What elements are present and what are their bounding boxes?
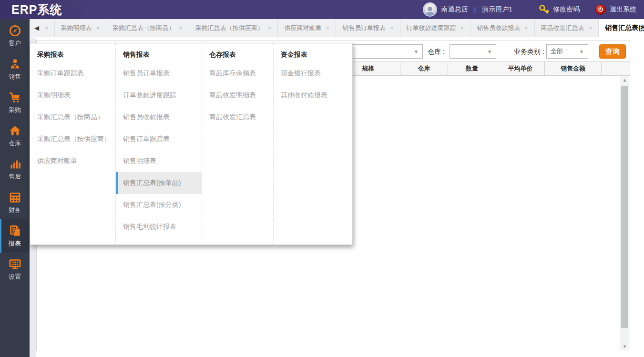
sidebar-item-仓库[interactable]: 仓库 xyxy=(0,119,30,153)
tab-close-icon[interactable]: × xyxy=(390,25,394,31)
power-icon xyxy=(595,4,606,15)
menu-item-商品库存余额表[interactable]: 商品库存余额表 xyxy=(202,62,273,84)
tab-销售员订单报表[interactable]: 销售员订单报表× xyxy=(336,19,400,37)
biz-type-filter-label: 业务类别 : xyxy=(514,48,544,56)
tab-采购明细表[interactable]: 采购明细表× xyxy=(55,19,107,37)
tab-label: 供应商对账单 xyxy=(284,24,321,32)
sidebar-item-label: 仓库 xyxy=(9,139,21,148)
tab-close-icon[interactable]: × xyxy=(589,25,593,31)
column-header-数量[interactable]: 数量 xyxy=(448,62,496,75)
sidebar-item-label: 销售 xyxy=(9,72,21,81)
menu-section-仓存报表: 仓存报表商品库存余额表商品收发明细表商品收发汇总表 xyxy=(202,43,274,245)
tab-close-icon[interactable]: × xyxy=(460,25,464,31)
chevron-down-icon: ▼ xyxy=(579,49,584,54)
sidebar-item-报表[interactable]: 报表 xyxy=(0,219,30,253)
menu-item-商品收发汇总表[interactable]: 商品收发汇总表 xyxy=(202,106,273,128)
tab-stub[interactable]: × xyxy=(39,19,55,37)
menu-section-采购报表: 采购报表采购订单跟踪表采购明细表采购汇总表（按商品）采购汇总表（按供应商）供应商… xyxy=(30,43,116,245)
column-header-销售金额[interactable]: 销售金额 xyxy=(544,62,601,75)
tab-供应商对账单[interactable]: 供应商对账单× xyxy=(278,19,336,37)
change-password-button[interactable]: 修改密码 xyxy=(539,4,580,15)
reports-mega-menu: 采购报表采购订单跟踪表采购明细表采购汇总表（按商品）采购汇总表（按供应商）供应商… xyxy=(30,43,353,245)
sidebar-item-销售[interactable]: 销售 xyxy=(0,52,30,86)
tab-close-icon[interactable]: × xyxy=(524,25,528,31)
biz-type-filter-select[interactable]: 全部 ▼ xyxy=(546,44,588,59)
app-logo: ERP系统 xyxy=(0,2,62,18)
logout-button[interactable]: 退出系统 xyxy=(595,4,636,15)
store-name: 南通总店 xyxy=(441,5,468,14)
report-icon xyxy=(9,224,21,237)
tab-label: 销售员收款报表 xyxy=(477,24,520,32)
home-icon xyxy=(9,124,21,137)
sidebar-item-label: 客户 xyxy=(9,39,21,48)
chevron-down-icon: ▼ xyxy=(487,49,492,54)
tab-商品收发汇总表[interactable]: 商品收发汇总表× xyxy=(535,19,599,37)
sidebar-item-采购[interactable]: 采购 xyxy=(0,86,30,119)
biz-type-filter-value: 全部 xyxy=(551,47,563,56)
menu-section-title: 采购报表 xyxy=(30,46,115,62)
tab-订单收款进度跟踪[interactable]: 订单收款进度跟踪× xyxy=(400,19,471,37)
sidebar-item-label: 报表 xyxy=(9,239,21,248)
menu-item-其他收付款报表[interactable]: 其他收付款报表 xyxy=(274,84,352,106)
header-divider: | xyxy=(472,6,478,13)
erp-app: ERP系统 南通总店 | 演示用户1 修改密码 xyxy=(0,0,644,357)
menu-item-采购订单跟踪表[interactable]: 采购订单跟踪表 xyxy=(30,62,115,84)
tab-close-icon[interactable]: × xyxy=(96,25,100,31)
menu-section-销售报表: 销售报表销售员订单报表订单收款进度跟踪销售员收款报表销售订单跟踪表销售明细表销售… xyxy=(116,43,202,245)
tab-label: 订单收款进度跟踪 xyxy=(407,24,456,32)
scrollbar-thumb[interactable] xyxy=(621,86,628,328)
warehouse-filter-select[interactable]: ▼ xyxy=(450,44,496,59)
current-user: 演示用户1 xyxy=(482,5,512,14)
menu-item-现金银行报表[interactable]: 现金银行报表 xyxy=(274,62,352,84)
change-password-label: 修改密码 xyxy=(553,5,580,14)
tab-label: 商品收发汇总表 xyxy=(541,24,584,32)
menu-item-采购汇总表（按供应商）[interactable]: 采购汇总表（按供应商） xyxy=(30,128,115,150)
vertical-scrollbar[interactable]: ▲ ▼ xyxy=(620,76,629,350)
menu-item-销售毛利统计报表[interactable]: 销售毛利统计报表 xyxy=(116,216,202,238)
menu-item-销售明细表[interactable]: 销售明细表 xyxy=(116,150,202,172)
menu-item-销售订单跟踪表[interactable]: 销售订单跟踪表 xyxy=(116,128,202,150)
tab-label: 销售汇总表(按单品) xyxy=(605,24,644,32)
bars-icon xyxy=(9,158,21,171)
column-header-仓库[interactable]: 仓库 xyxy=(400,62,448,75)
tab-销售员收款报表[interactable]: 销售员收款报表× xyxy=(470,19,535,37)
tab-close-icon[interactable]: × xyxy=(326,25,329,31)
tab-close-icon[interactable]: × xyxy=(179,25,183,31)
menu-item-销售汇总表(按分类)[interactable]: 销售汇总表(按分类) xyxy=(116,194,202,216)
column-header-empty[interactable] xyxy=(601,62,630,75)
column-header-平均单价[interactable]: 平均单价 xyxy=(496,62,544,75)
menu-section-title: 销售报表 xyxy=(116,46,202,62)
tab-label: 采购明细表 xyxy=(61,24,92,32)
scroll-down-icon[interactable]: ▼ xyxy=(620,343,629,350)
tab-close-icon[interactable]: × xyxy=(268,25,272,31)
tab-label: 采购汇总表（按商品） xyxy=(112,24,174,32)
menu-item-商品收发明细表[interactable]: 商品收发明细表 xyxy=(202,84,273,106)
menu-item-供应商对账单[interactable]: 供应商对账单 xyxy=(30,150,115,172)
tab-label: 销售员订单报表 xyxy=(342,24,386,32)
tab-scroll-left-icon[interactable]: ◀ xyxy=(34,19,39,37)
user-avatar[interactable] xyxy=(423,2,437,17)
sidebar-item-财务[interactable]: 财务 xyxy=(0,186,30,219)
scroll-up-icon[interactable]: ▲ xyxy=(620,76,629,84)
menu-item-采购明细表[interactable]: 采购明细表 xyxy=(30,84,115,106)
tab-销售汇总表(按单品)[interactable]: 销售汇总表(按单品)× xyxy=(599,19,644,37)
tab-采购汇总表（按商品）[interactable]: 采购汇总表（按商品）× xyxy=(106,19,189,37)
menu-item-销售员收款报表[interactable]: 销售员收款报表 xyxy=(116,106,202,128)
sidebar-item-客户[interactable]: 客户 xyxy=(0,19,30,52)
menu-section-资金报表: 资金报表现金银行报表其他收付款报表 xyxy=(274,43,352,245)
sidebar-item-label: 售后 xyxy=(9,173,21,181)
menu-item-订单收款进度跟踪[interactable]: 订单收款进度跟踪 xyxy=(116,84,202,106)
menu-item-销售汇总表(按单品)[interactable]: 销售汇总表(按单品) xyxy=(116,172,202,194)
chevron-down-icon: ▼ xyxy=(414,49,419,54)
sidebar-item-设置[interactable]: 设置 xyxy=(0,253,30,286)
menu-item-销售员订单报表[interactable]: 销售员订单报表 xyxy=(116,62,202,84)
tab-close-icon[interactable]: × xyxy=(45,25,49,31)
monitor-icon xyxy=(9,258,21,271)
sidebar-item-售后[interactable]: 售后 xyxy=(0,153,30,186)
menu-item-采购汇总表（按商品）[interactable]: 采购汇总表（按商品） xyxy=(30,106,115,128)
search-button[interactable]: 查询 xyxy=(599,44,626,59)
menu-section-title: 仓存报表 xyxy=(202,46,273,62)
tab-采购汇总表（按供应商）[interactable]: 采购汇总表（按供应商）× xyxy=(189,19,278,37)
warehouse-filter-label: 仓库 : xyxy=(428,48,445,56)
compass-icon xyxy=(9,24,21,37)
